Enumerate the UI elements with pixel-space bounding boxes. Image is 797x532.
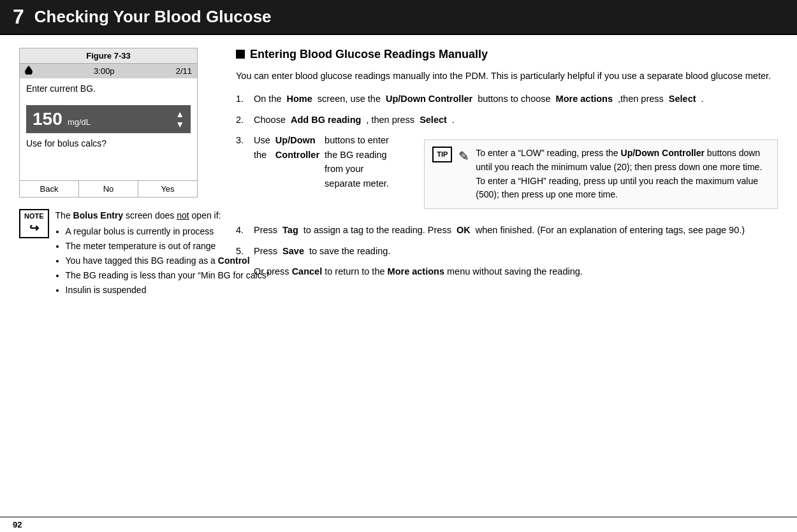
- screen-page: 2/11: [176, 66, 192, 76]
- step-4: Press Tag to assign a tag to the reading…: [236, 223, 778, 237]
- bg-value-group: 150 mg/dL: [33, 109, 91, 129]
- step-1: On the Home screen, use the Up/Down Cont…: [236, 92, 778, 106]
- screen-btn-yes: Yes: [138, 181, 197, 197]
- note-badge-label: NOTE: [24, 212, 44, 220]
- chapter-title: Checking Your Blood Glucose: [34, 7, 272, 27]
- screen-status-bar: 3:00p 2/11: [20, 64, 197, 78]
- screen-btn-back: Back: [20, 181, 79, 197]
- step-5: Press Save to save the reading.: [236, 244, 778, 258]
- device-screen: 3:00p 2/11 Enter current BG. 150 mg/dL ▲…: [20, 64, 197, 197]
- drop-icon: [25, 66, 33, 76]
- bg-value-row: 150 mg/dL ▲ ▼: [26, 105, 191, 133]
- section-icon: [236, 50, 245, 59]
- page-number: 92: [13, 520, 22, 529]
- step-2: Choose Add BG reading, then press Select…: [236, 113, 778, 127]
- tip-content: To enter a “LOW” reading, press the Up/D…: [476, 147, 770, 202]
- bg-value: 150: [33, 109, 62, 129]
- note-intro: The Bolus Entry screen does not open if:: [55, 210, 221, 220]
- right-column: Entering Blood Glucose Readings Manually…: [236, 48, 778, 298]
- note-badge: NOTE ↪: [19, 209, 49, 238]
- screen-btn-no: No: [79, 181, 138, 197]
- intro-text: You can enter blood glucose readings man…: [236, 69, 778, 83]
- left-column: Figure 7-33 3:00p 2/11 Enter current BG.…: [19, 48, 217, 298]
- page-footer: 92: [0, 517, 797, 532]
- note-icon: ↪: [29, 221, 39, 235]
- screen-question: Use for bolus calcs?: [26, 138, 191, 148]
- figure-box: Figure 7-33 3:00p 2/11 Enter current BG.…: [19, 48, 198, 198]
- steps-list: On the Home screen, use the Up/Down Cont…: [236, 92, 778, 258]
- content-area: Figure 7-33 3:00p 2/11 Enter current BG.…: [0, 35, 797, 305]
- arrow-up-icon: ▲: [175, 110, 184, 119]
- screen-time: 3:00p: [94, 66, 115, 76]
- page-header: 7 Checking Your Blood Glucose: [0, 0, 797, 35]
- screen-body: Enter current BG. 150 mg/dL ▲ ▼ Use for …: [20, 78, 197, 180]
- bg-arrows: ▲ ▼: [175, 110, 184, 129]
- tip-badge: TIP: [432, 147, 452, 162]
- chapter-number: 7: [13, 5, 24, 29]
- step-3: Use the Up/Down Controller buttons to en…: [236, 133, 778, 217]
- bg-unit: mg/dL: [68, 117, 91, 127]
- tip-box: TIP ✎ To enter a “LOW” reading, press th…: [424, 140, 778, 209]
- screen-prompt: Enter current BG.: [26, 83, 191, 94]
- screen-buttons: Back No Yes: [20, 180, 197, 197]
- section-heading-text: Entering Blood Glucose Readings Manually: [250, 48, 488, 61]
- tip-icon: ✎: [458, 147, 469, 166]
- figure-label: Figure 7-33: [20, 48, 197, 64]
- section-heading: Entering Blood Glucose Readings Manually: [236, 48, 778, 61]
- arrow-down-icon: ▼: [175, 120, 184, 129]
- save-cancel-note: Or press Cancel to return to the More ac…: [254, 264, 778, 278]
